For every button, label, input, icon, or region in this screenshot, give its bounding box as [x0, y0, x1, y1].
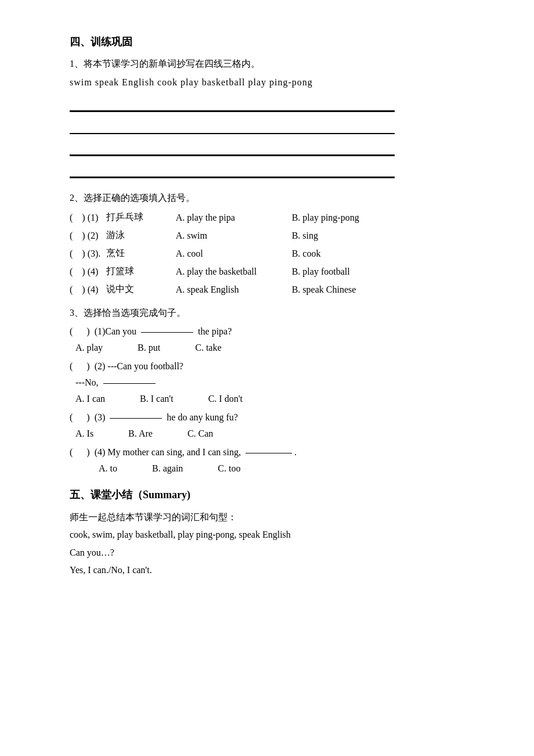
writing-line-3	[70, 138, 395, 156]
summary-line2: Can you…?	[70, 544, 476, 561]
q3-item-3: ( ) (3) he do any kung fu?	[70, 412, 476, 423]
choice-b-1: B. play ping-pong	[292, 213, 359, 223]
q3-2-optC: C. I don't	[208, 394, 243, 404]
paren-space-q3-2	[75, 361, 84, 371]
choice-b-4: B. play football	[292, 267, 350, 277]
q3-2-sub: ---No,	[75, 377, 476, 388]
vocab-words: swim speak English cook play basketball …	[70, 77, 476, 88]
choice-chinese-2: 游泳	[106, 229, 176, 242]
q2-item-2: ( ) (2) 游泳 A. swim B. sing	[70, 229, 476, 242]
paren-space-q3-1	[75, 326, 84, 336]
q1-title: 1、将本节课学习的新单词抄写在四线三格内。	[70, 58, 476, 70]
choice-num-1: (1)	[85, 213, 106, 223]
choice-b-2: B. sing	[292, 231, 318, 241]
blank-q3-2	[103, 383, 156, 384]
paren-blank-4	[73, 267, 82, 277]
q3-1-optB: B. put	[138, 343, 160, 353]
q3-3-optA: A. Is	[75, 429, 93, 439]
q3-item-4: ( ) (4) My mother can sing, and I can si…	[70, 447, 476, 458]
q3-2-sub-text: ---No,	[75, 377, 158, 387]
q3-2-optB: B. I can't	[140, 394, 174, 404]
q3-1-optA: A. play	[75, 343, 103, 353]
summary-intro: 师生一起总结本节课学习的词汇和句型：	[70, 509, 476, 526]
paren-blank-5	[73, 285, 82, 295]
blank-q3-3	[110, 418, 162, 419]
paren-right-q3-2: )	[86, 361, 89, 371]
choice-a-4: A. play the basketball	[176, 267, 292, 277]
q3-1-options: A. play B. put C. take	[75, 343, 476, 353]
paren-left-q3-1: (	[70, 326, 73, 336]
paren-right-q3-3: )	[86, 412, 89, 422]
writing-line-1	[70, 93, 395, 112]
q3-3-optC: C. Can	[187, 429, 213, 439]
q2-item-4: ( ) (4) 打篮球 A. play the basketball B. pl…	[70, 265, 476, 278]
paren-blank-2	[73, 231, 82, 241]
choice-a-1: A. play the pipa	[176, 213, 292, 223]
paren-left-q3-4: (	[70, 447, 73, 457]
paren-right-q3-1: )	[86, 326, 89, 336]
q3-1-text: (1)Can you the pipa?	[92, 326, 232, 336]
choice-a-2: A. swim	[176, 231, 292, 241]
q3-3-text: (3) he do any kung fu?	[92, 412, 238, 422]
paren-left-q3-3: (	[70, 412, 73, 422]
q2-item-3: ( ) (3). 烹饪 A. cool B. cook	[70, 247, 476, 260]
q2-section: 2、选择正确的选项填入括号。 ( ) (1) 打乒乓球 A. play the …	[70, 192, 476, 296]
q3-2-optA: A. I can	[75, 394, 105, 404]
writing-line-2	[70, 116, 395, 134]
choice-chinese-5: 说中文	[106, 283, 176, 296]
q2-item-1: ( ) (1) 打乒乓球 A. play the pipa B. play pi…	[70, 211, 476, 224]
choice-chinese-1: 打乒乓球	[106, 211, 176, 224]
choice-chinese-3: 烹饪	[106, 247, 176, 260]
q2-item-5: ( ) (4) 说中文 A. speak English B. speak Ch…	[70, 283, 476, 296]
choice-a-3: A. cool	[176, 249, 292, 259]
q3-4-text: (4) My mother can sing, and I can sing, …	[92, 447, 297, 457]
q3-4-options: A. to B. again C. too	[99, 463, 476, 474]
choice-num-4: (4)	[85, 267, 106, 277]
summary-vocab: cook, swim, play basketball, play ping-p…	[70, 526, 476, 543]
q3-1-optC: C. take	[195, 343, 221, 353]
q3-2-text: (2) ---Can you football?	[92, 361, 183, 371]
q3-2-options: A. I can B. I can't C. I don't	[75, 394, 476, 404]
choice-num-2: (2)	[85, 231, 106, 241]
q3-3-optB: B. Are	[128, 429, 153, 439]
q3-4-optA: A. to	[99, 463, 117, 474]
choice-num-5: (4)	[85, 285, 106, 295]
q3-section: 3、选择恰当选项完成句子。 ( ) (1)Can you the pipa? A…	[70, 307, 476, 474]
paren-left-q3-2: (	[70, 361, 73, 371]
choice-a-5: A. speak English	[176, 285, 292, 295]
paren-space-q3-4	[75, 447, 84, 457]
summary-line3: Yes, I can./No, I can't.	[70, 561, 476, 579]
q3-4-optB: B. again	[152, 463, 183, 474]
choice-b-3: B. cook	[292, 249, 321, 259]
paren-blank-1	[73, 213, 82, 223]
choice-num-3: (3).	[85, 249, 106, 259]
blank-q3-4	[246, 453, 292, 453]
q3-3-options: A. Is B. Are C. Can	[75, 429, 476, 439]
writing-line-4	[70, 160, 395, 178]
paren-right-q3-4: )	[86, 447, 89, 457]
writing-lines	[70, 93, 476, 178]
q3-4-optC: C. too	[218, 463, 240, 474]
paren-blank-3	[73, 249, 82, 259]
section4-title: 四、训练巩固	[70, 35, 476, 49]
section5-title: 五、课堂小结（Summary)	[70, 488, 476, 502]
choice-b-5: B. speak Chinese	[292, 285, 356, 295]
q3-item-1: ( ) (1)Can you the pipa?	[70, 326, 476, 337]
paren-space-q3-3	[75, 412, 84, 422]
choice-chinese-4: 打篮球	[106, 265, 176, 278]
q3-item-2: ( ) (2) ---Can you football?	[70, 361, 476, 372]
blank-q3-1	[141, 332, 193, 333]
q3-title: 3、选择恰当选项完成句子。	[70, 307, 476, 319]
q2-title: 2、选择正确的选项填入括号。	[70, 192, 476, 204]
